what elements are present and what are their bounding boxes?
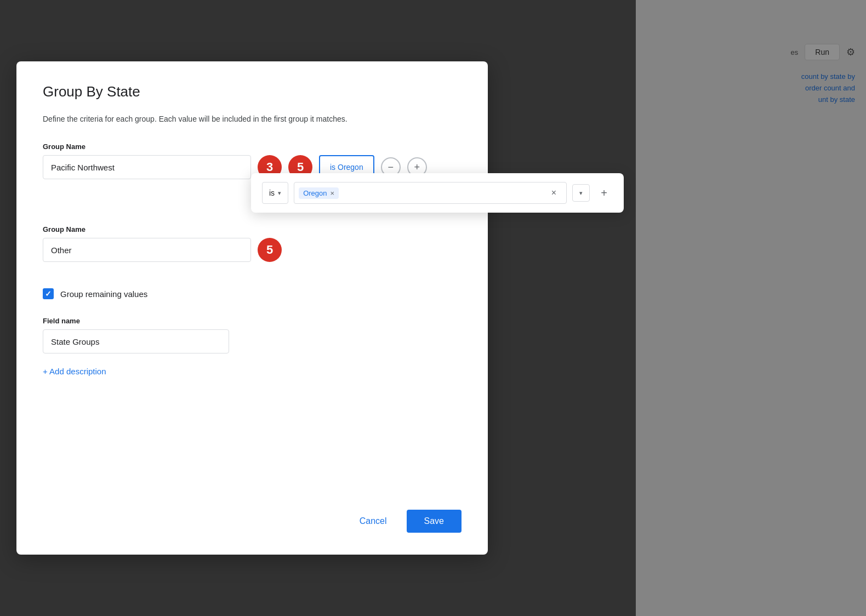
filter-clear-icon[interactable]: × <box>551 188 556 198</box>
filter-chevron-icon: ▾ <box>579 190 583 197</box>
modal-dialog: Group By State Define the criteria for e… <box>16 61 488 555</box>
operator-select[interactable]: is ▾ <box>262 182 288 204</box>
modal-title: Group By State <box>43 83 462 100</box>
modal-footer: Cancel Save <box>43 488 462 533</box>
save-button[interactable]: Save <box>407 510 462 533</box>
checkbox-row: ✓ Group remaining values <box>43 288 462 299</box>
check-icon: ✓ <box>45 289 52 298</box>
cancel-button[interactable]: Cancel <box>349 511 398 532</box>
filter-dropdown: is ▾ Oregon × × ▾ + <box>251 173 624 213</box>
add-description-link[interactable]: + Add description <box>43 367 462 376</box>
filter-tag-oregon: Oregon × <box>299 187 339 199</box>
operator-label: is <box>269 189 275 197</box>
step-badge-5: 5 <box>258 238 282 262</box>
checkbox-label: Group remaining values <box>60 289 147 299</box>
field-name-section: Field name <box>43 317 462 367</box>
group-row-1: Group Name 3 5 is Oregon − + is ▾ <box>43 142 462 179</box>
minus-icon: − <box>388 162 394 173</box>
filter-tag-text: Oregon <box>303 189 327 197</box>
modal-description: Define the criteria for each group. Each… <box>43 113 462 125</box>
operator-chevron-icon: ▾ <box>278 190 281 197</box>
filter-expand-btn[interactable]: ▾ <box>572 184 590 202</box>
filter-tag-remove-icon[interactable]: × <box>331 189 335 197</box>
group-row-2: Group Name 5 <box>43 225 462 262</box>
filter-add-condition-btn[interactable]: + <box>595 184 613 202</box>
field-name-input[interactable] <box>43 329 229 353</box>
filter-value-area: Oregon × × <box>294 182 567 204</box>
group2-name-input[interactable] <box>43 238 251 262</box>
field-name-label: Field name <box>43 317 462 325</box>
group1-name-input[interactable] <box>43 155 251 179</box>
group1-label: Group Name <box>43 142 462 151</box>
group-remaining-checkbox[interactable]: ✓ <box>43 288 54 299</box>
plus-icon: + <box>414 162 420 173</box>
group2-label: Group Name <box>43 225 462 233</box>
